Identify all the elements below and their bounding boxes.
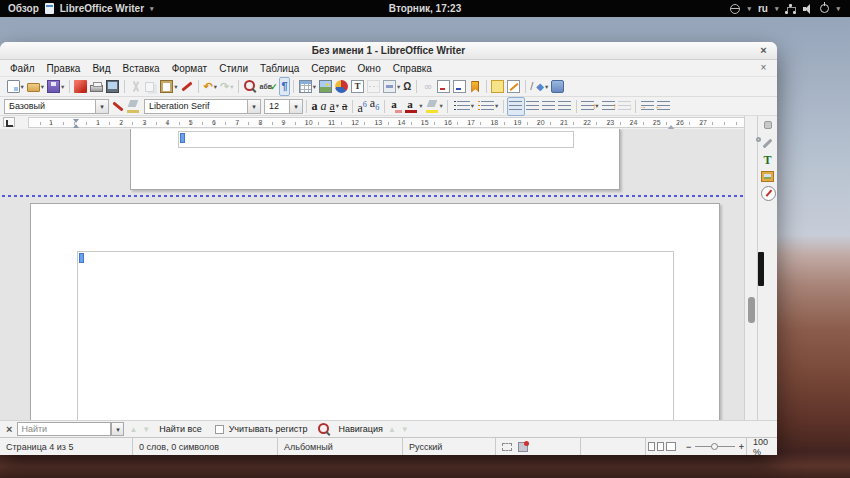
open-button[interactable]: ▾ xyxy=(25,78,45,95)
highlight-color-button[interactable]: ▾ xyxy=(424,98,444,115)
gallery-icon[interactable] xyxy=(761,171,774,182)
keyboard-layout-button[interactable]: ru xyxy=(758,3,768,14)
bookmark-button[interactable] xyxy=(468,78,483,95)
language-status[interactable]: Русский xyxy=(403,438,496,455)
endnote-button[interactable] xyxy=(452,78,468,95)
sidebar-scrollbar-thumb[interactable] xyxy=(758,252,764,286)
app-menu-button[interactable]: LibreOffice Writer xyxy=(60,3,144,14)
page-current[interactable] xyxy=(30,203,720,420)
scrollbar-thumb[interactable] xyxy=(748,297,755,323)
cut-button[interactable] xyxy=(128,78,144,95)
volume-icon[interactable] xyxy=(803,4,813,14)
activities-button[interactable]: Обзор xyxy=(8,3,39,14)
update-style-button[interactable] xyxy=(109,98,125,115)
navigation-label[interactable]: Навигация xyxy=(338,424,382,434)
insert-pagebreak-button[interactable] xyxy=(366,78,382,95)
page-number-status[interactable]: Страница 4 из 5 xyxy=(0,438,133,455)
subscript-button[interactable]: аб xyxy=(368,98,380,115)
undo-button[interactable]: ↶▾ xyxy=(202,78,218,95)
network-icon[interactable] xyxy=(785,4,796,14)
paragraph-style-combobox[interactable]: Базовый xyxy=(4,99,96,114)
font-size-combobox[interactable]: 12 xyxy=(264,99,290,114)
hyperlink-button[interactable]: ∞ xyxy=(420,78,436,95)
navigator-icon[interactable] xyxy=(761,186,776,201)
find-and-replace-icon[interactable] xyxy=(318,423,331,436)
special-character-button[interactable]: Ω xyxy=(402,78,413,95)
italic-button[interactable]: а xyxy=(319,98,328,115)
navigate-up-icon[interactable]: ▲ xyxy=(388,425,396,434)
align-right-button[interactable] xyxy=(541,98,557,115)
basic-shapes-button[interactable]: ◆▾ xyxy=(535,78,550,95)
find-replace-button[interactable] xyxy=(242,78,258,95)
zoom-level-status[interactable]: 100 % xyxy=(746,438,777,455)
formatting-marks-button[interactable]: ¶ xyxy=(279,77,290,96)
footnote-button[interactable] xyxy=(436,78,452,95)
menu-window[interactable]: Окно xyxy=(351,62,386,75)
zoom-in-button[interactable]: + xyxy=(739,442,744,452)
insert-field-button[interactable]: ▾ xyxy=(382,78,402,95)
zoom-out-button[interactable]: − xyxy=(686,442,691,452)
title-bar[interactable]: Без имени 1 - LibreOffice Writer × xyxy=(0,42,777,60)
line-spacing-button[interactable]: ↕▾ xyxy=(580,98,600,115)
bold-button[interactable]: а xyxy=(310,98,319,115)
find-previous-icon[interactable]: ▲ xyxy=(129,425,137,434)
insert-textbox-button[interactable]: T xyxy=(350,78,366,95)
status-globe-icon[interactable] xyxy=(730,4,740,14)
track-changes-button[interactable] xyxy=(506,78,522,95)
print-preview-button[interactable] xyxy=(105,78,121,95)
find-history-dropdown[interactable]: ▾ xyxy=(111,422,124,436)
find-next-icon[interactable]: ▼ xyxy=(142,425,150,434)
find-all-button[interactable]: Найти все xyxy=(159,424,201,434)
align-center-button[interactable] xyxy=(525,98,541,115)
document-area[interactable] xyxy=(0,129,744,420)
menu-view[interactable]: Вид xyxy=(86,62,116,75)
align-left-button[interactable] xyxy=(507,97,525,116)
underline-button[interactable]: а▾ xyxy=(328,98,341,115)
decrease-indent-button[interactable]: ← xyxy=(655,98,671,115)
export-pdf-button[interactable] xyxy=(73,78,89,95)
menu-edit[interactable]: Правка xyxy=(41,62,87,75)
draw-functions-button[interactable] xyxy=(550,78,566,95)
font-color-button[interactable]: а▾ xyxy=(404,98,424,115)
spelling-button[interactable]: абв✓ xyxy=(258,78,279,95)
book-view-icon[interactable] xyxy=(666,442,676,451)
styles-icon[interactable]: T xyxy=(761,154,774,167)
page-previous[interactable] xyxy=(130,129,620,190)
tab-stop-selector[interactable] xyxy=(3,117,15,127)
menu-format[interactable]: Формат xyxy=(166,62,214,75)
vertical-scrollbar[interactable] xyxy=(744,116,757,420)
copy-button[interactable] xyxy=(144,78,159,95)
menu-table[interactable]: Таблица xyxy=(254,62,305,75)
insert-comment-button[interactable] xyxy=(490,78,506,95)
insert-image-button[interactable] xyxy=(318,78,334,95)
window-close-button[interactable]: × xyxy=(757,44,770,57)
increase-paragraph-spacing-button[interactable]: ↑ xyxy=(600,98,616,115)
increase-indent-button[interactable]: → xyxy=(639,98,655,115)
selection-mode-icon[interactable] xyxy=(502,443,512,451)
clone-formatting-button[interactable] xyxy=(179,78,195,95)
font-name-combobox[interactable]: Liberation Serif xyxy=(144,99,248,114)
unsaved-changes-icon[interactable] xyxy=(518,442,528,452)
bullet-list-button[interactable]: ▾ xyxy=(451,98,475,115)
left-margin-marker[interactable] xyxy=(73,119,80,128)
save-button[interactable]: ▾ xyxy=(46,78,66,95)
print-button[interactable] xyxy=(89,78,105,95)
zoom-slider-knob[interactable] xyxy=(711,443,718,450)
match-case-checkbox[interactable] xyxy=(215,425,224,434)
single-page-view-icon[interactable] xyxy=(648,442,655,451)
menu-tools[interactable]: Сервис xyxy=(305,62,351,75)
new-document-button[interactable]: ▾ xyxy=(5,78,25,95)
paste-button[interactable]: ▾ xyxy=(159,78,179,95)
menu-styles[interactable]: Стили xyxy=(213,62,254,75)
find-close-button[interactable]: × xyxy=(6,423,12,435)
strikethrough-button[interactable]: а xyxy=(341,98,349,115)
sidebar-settings-icon[interactable] xyxy=(764,121,772,129)
paragraph-style-dropdown[interactable]: ▾ xyxy=(96,99,109,114)
insert-table-button[interactable]: ▾ xyxy=(297,78,317,95)
find-input[interactable] xyxy=(17,422,111,436)
redo-button[interactable]: ↷▾ xyxy=(219,78,235,95)
decrease-paragraph-spacing-button[interactable]: ↓ xyxy=(616,98,632,115)
document-close-button[interactable]: × xyxy=(757,61,770,74)
menu-file[interactable]: Файл xyxy=(4,62,41,75)
new-style-button[interactable] xyxy=(125,98,141,115)
